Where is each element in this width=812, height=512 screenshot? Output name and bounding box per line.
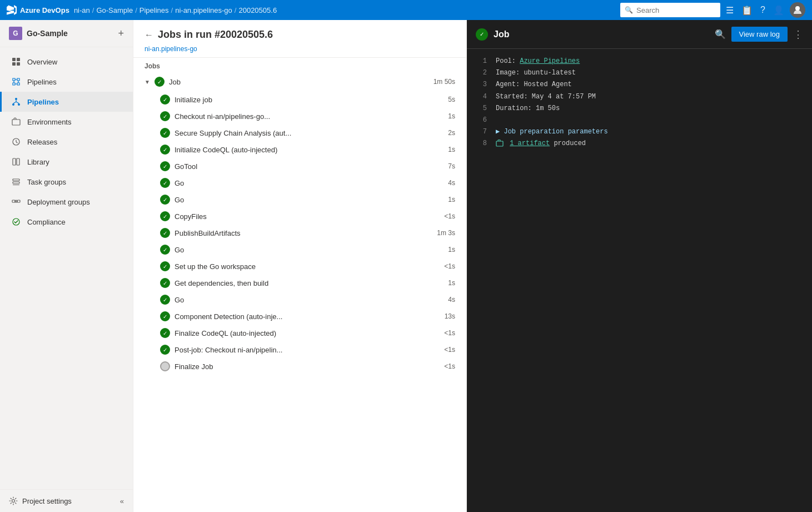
table-row[interactable]: ✓ Finalize CodeQL (auto-injected) <1s (133, 325, 466, 341)
jobs-section-label: Jobs (133, 58, 466, 72)
step-name: Set up the Go workspace (175, 262, 440, 271)
step-duration: 1s (448, 246, 455, 253)
job-group-header[interactable]: ▼ ✓ Job 1m 50s (133, 72, 466, 91)
sidebar-item-deployment-groups[interactable]: Deployment groups (0, 192, 133, 212)
overview-icon (11, 56, 22, 67)
step-status-icon: ✓ (160, 261, 170, 271)
breadcrumb-project[interactable]: Go-Sample (96, 6, 133, 14)
sidebar-item-environments[interactable]: Environments (0, 112, 133, 132)
sidebar-item-label: Releases (27, 138, 57, 146)
sidebar-item-overview[interactable]: Overview (0, 52, 133, 72)
step-duration: 1s (448, 196, 455, 203)
log-header: ✓ Job 🔍 View raw log ⋮ (467, 20, 812, 49)
breadcrumb-pipelines[interactable]: Pipelines (140, 6, 169, 14)
table-row[interactable]: ✓ CopyFiles <1s (133, 208, 466, 225)
jobs-subtitle[interactable]: ni-an.pipelines-go (145, 45, 455, 53)
table-row[interactable]: ✓ Go 4s (133, 291, 466, 308)
table-row[interactable]: ✓ Post-job: Checkout ni-an/pipelin... <1… (133, 341, 466, 358)
table-row[interactable]: ✓ Initialize CodeQL (auto-injected) 1s (133, 141, 466, 158)
svg-rect-10 (13, 158, 16, 165)
jobs-panel-header: ← Jobs in run #20020505.6 ni-an.pipeline… (133, 20, 466, 58)
list-icon[interactable]: ☰ (724, 3, 736, 18)
step-status-icon: ✓ (160, 95, 170, 105)
project-initial: G (13, 29, 18, 37)
table-row[interactable]: ✓ Secure Supply Chain Analysis (aut... 2… (133, 125, 466, 141)
collapse-sidebar-button[interactable]: « (120, 497, 124, 505)
step-name: Finalize Job (175, 362, 440, 371)
table-row[interactable]: ✓ Get dependencies, then build 1s (133, 275, 466, 291)
step-name: Initialize CodeQL (auto-injected) (175, 146, 444, 154)
step-status-icon: ✓ (160, 128, 170, 138)
step-duration: 7s (448, 162, 455, 170)
expand-job-prep-button[interactable]: ▶ Job preparation parameters (496, 127, 803, 137)
svg-rect-15 (12, 200, 15, 202)
avatar[interactable] (790, 2, 805, 18)
table-row[interactable]: ✓ Set up the Go workspace <1s (133, 258, 466, 275)
table-row[interactable]: ✓ Go 1s (133, 241, 466, 258)
settings-icon (9, 496, 18, 505)
step-status-icon: ✓ (160, 145, 170, 155)
azure-pipelines-link[interactable]: Azure Pipelines (520, 57, 580, 65)
breadcrumb-pipeline-sub[interactable]: ni-an.pipelines-go (175, 6, 232, 14)
step-status-icon: ✓ (160, 211, 170, 221)
table-row[interactable]: ✓ Checkout ni-an/pipelines-go... 1s (133, 108, 466, 125)
view-raw-log-button[interactable]: View raw log (731, 27, 788, 42)
svg-rect-14 (13, 185, 19, 185)
log-line: 1 Pool: Azure Pipelines (467, 56, 812, 67)
topnav: Azure DevOps ni-an / Go-Sample / Pipelin… (0, 0, 812, 20)
step-name: Finalize CodeQL (auto-injected) (175, 329, 440, 337)
step-name: Go (175, 196, 444, 204)
sidebar-item-compliance[interactable]: Compliance (0, 212, 133, 232)
log-more-options-button[interactable]: ⋮ (793, 28, 803, 41)
table-row[interactable]: Finalize Job <1s (133, 358, 466, 375)
step-status-icon: ✓ (160, 111, 170, 121)
step-name: Secure Supply Chain Analysis (aut... (175, 129, 444, 137)
log-line: 5 Duration: 1m 50s (467, 103, 812, 115)
environments-icon (11, 116, 22, 127)
step-name: Go (175, 246, 444, 254)
sidebar-item-releases[interactable]: Releases (0, 132, 133, 152)
add-project-button[interactable]: + (118, 28, 124, 39)
log-status-icon: ✓ (476, 28, 488, 41)
table-row[interactable]: ✓ GoTool 7s (133, 158, 466, 175)
sidebar-item-pipelines[interactable]: Pipelines (0, 92, 133, 112)
step-status-icon: ✓ (160, 278, 170, 288)
table-row[interactable]: ✓ Go 4s (133, 175, 466, 191)
sidebar-item-label: Pipelines (27, 78, 57, 86)
log-line: 6 (467, 115, 812, 126)
jobs-title: Jobs in run #20020505.6 (158, 29, 273, 41)
sidebar-project: G Go-Sample (9, 27, 68, 40)
jobs-panel: ← Jobs in run #20020505.6 ni-an.pipeline… (133, 20, 467, 512)
log-search-button[interactable]: 🔍 (715, 29, 726, 39)
collapse-arrow-icon[interactable]: ▼ (145, 79, 150, 85)
search-input[interactable] (636, 6, 716, 14)
log-line: 7 ▶ Job preparation parameters (467, 126, 812, 138)
table-row[interactable]: ✓ Component Detection (auto-inje... 13s (133, 308, 466, 325)
project-icon: G (9, 27, 22, 40)
releases-icon (11, 136, 22, 147)
table-row[interactable]: ✓ Initialize job 5s (133, 91, 466, 108)
search-box[interactable]: 🔍 (620, 3, 720, 17)
help-icon[interactable]: ? (758, 3, 768, 17)
sidebar-item-label: Deployment groups (27, 198, 90, 206)
job-group-duration: 1m 50s (434, 78, 455, 86)
back-button[interactable]: ← (145, 30, 153, 40)
step-duration: 1s (448, 279, 455, 287)
log-line: 4 Started: May 4 at 7:57 PM (467, 91, 812, 103)
clipboard-icon[interactable]: 📋 (739, 3, 755, 18)
azure-devops-logo[interactable]: Azure DevOps (7, 5, 69, 15)
person-icon[interactable]: 👤 (771, 3, 786, 18)
artifact-link[interactable]: 1 artifact (510, 140, 550, 147)
breadcrumb-org[interactable]: ni-an (74, 6, 90, 14)
table-row[interactable]: ✓ Go 1s (133, 191, 466, 208)
project-settings-button[interactable]: Project settings (9, 496, 72, 505)
table-row[interactable]: ✓ PublishBuildArtifacts 1m 3s (133, 225, 466, 241)
log-line: 2 Image: ubuntu-latest (467, 67, 812, 79)
compliance-icon (11, 216, 22, 227)
step-name: GoTool (175, 162, 444, 171)
svg-point-5 (15, 98, 17, 100)
sidebar-item-library[interactable]: Library (0, 152, 133, 172)
sidebar-item-task-groups[interactable]: Task groups (0, 172, 133, 192)
svg-point-0 (795, 6, 800, 11)
sidebar-item-pipelines-parent[interactable]: Pipelines (0, 72, 133, 92)
